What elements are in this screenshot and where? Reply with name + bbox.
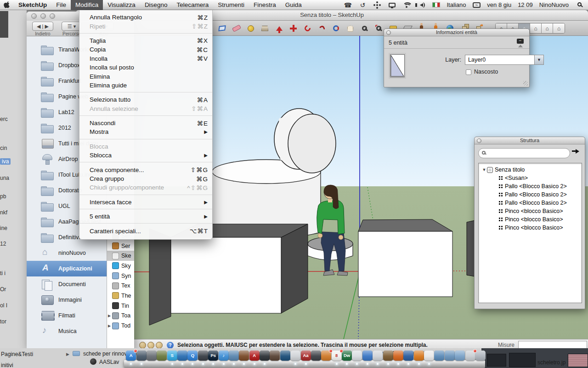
- tree-expander-icon[interactable]: ▼: [481, 167, 487, 172]
- file-row-ser[interactable]: Ser: [107, 241, 134, 251]
- dock-sketchup-app[interactable]: [424, 351, 434, 361]
- zoom-button[interactable]: [50, 13, 55, 19]
- menu-item-caratteri-speciali[interactable]: Caratteri speciali...⌥⌘T: [79, 226, 212, 235]
- menu-item-5-entit[interactable]: 5 entità▶: [79, 212, 212, 221]
- menu-disegno[interactable]: Disegno: [140, 0, 172, 10]
- menu-file[interactable]: File: [51, 0, 71, 10]
- time-machine-icon[interactable]: ↺: [358, 1, 367, 9]
- back-forward-buttons[interactable]: ◀ | ▶: [32, 22, 53, 31]
- disclosure-triangle-icon[interactable]: ▶: [108, 324, 112, 328]
- sidebar-item-ninonuovo[interactable]: ninoNuovo: [27, 245, 107, 261]
- dock-photoshop[interactable]: Ps: [208, 351, 218, 361]
- dock-orange-app[interactable]: [321, 351, 331, 361]
- menubar-time[interactable]: 12 09: [518, 1, 533, 8]
- dock-photo-booth-2[interactable]: [373, 351, 383, 361]
- dock-pet-app[interactable]: [383, 351, 393, 361]
- tree-item-pinco-blocco-basico[interactable]: Pinco <blocco Basico>: [479, 207, 582, 215]
- hidden-checkbox[interactable]: [466, 69, 471, 75]
- dock-safari[interactable]: [362, 351, 373, 361]
- file-row-tex[interactable]: Tex: [107, 281, 134, 291]
- dock-iweb[interactable]: [403, 351, 413, 361]
- close-icon[interactable]: [386, 30, 391, 35]
- close-button[interactable]: [31, 13, 37, 19]
- dock-blue-sphere-app[interactable]: [280, 351, 290, 361]
- tree-item-pinco-blocco-basico[interactable]: Pinco <blocco Basico>: [479, 215, 582, 224]
- dock-skype[interactable]: S: [167, 351, 177, 361]
- file-row-ske[interactable]: Ske: [107, 251, 134, 261]
- tree-item-pinco-blocco-basico[interactable]: Pinco <blocco Basico>: [479, 224, 582, 232]
- minimize-button[interactable]: [40, 13, 46, 19]
- view-monochrome-button[interactable]: ⌂: [553, 23, 565, 33]
- menu-telecamera[interactable]: Telecamera: [172, 0, 213, 10]
- dock-zoo-app[interactable]: [157, 351, 167, 361]
- menu-item-sblocca[interactable]: Sblocca▶: [79, 151, 212, 160]
- tree-item-senza-titolo[interactable]: ▼⌂Senza titolo: [479, 166, 582, 174]
- box-right[interactable]: [358, 219, 452, 297]
- disclosure-triangle-icon[interactable]: ▶: [108, 314, 112, 318]
- file-row-tod[interactable]: ▶Tod: [107, 321, 134, 331]
- view-shaded-textures-button[interactable]: ⌂: [542, 23, 553, 33]
- menu-item-blocca[interactable]: Blocca: [79, 142, 212, 151]
- status-coin-icon-3[interactable]: [156, 342, 163, 349]
- help-icon[interactable]: ?: [167, 342, 174, 349]
- disclosure-triangle-icon[interactable]: ▶: [66, 352, 69, 356]
- pan-tool-icon[interactable]: [343, 22, 357, 35]
- bluetooth-icon[interactable]: [373, 1, 381, 9]
- menu-strumenti[interactable]: Strumenti: [213, 0, 249, 10]
- menu-item-crea-gruppo[interactable]: Crea gruppo⌘G: [79, 174, 212, 183]
- menu-item-incolla[interactable]: Incolla⌘V: [79, 54, 212, 63]
- spotlight-icon[interactable]: [575, 1, 583, 9]
- dock-acrobat[interactable]: A: [249, 351, 260, 361]
- palette-title-bar[interactable]: Informazioni entità: [384, 29, 529, 36]
- dock-garageband[interactable]: [239, 351, 249, 361]
- displays-icon[interactable]: [388, 1, 396, 9]
- file-row-tin[interactable]: Tin: [107, 301, 134, 311]
- menu-item-elimina-guide[interactable]: Elimina guide: [79, 81, 212, 90]
- resize-grip[interactable]: [523, 81, 528, 86]
- menu-item-elimina[interactable]: Elimina: [79, 72, 212, 80]
- phone-icon[interactable]: ☎: [344, 1, 352, 9]
- rotate-tool-icon[interactable]: [300, 22, 315, 35]
- dock-mail[interactable]: [229, 351, 239, 361]
- sidebar-item-filmati[interactable]: Filmati: [27, 308, 107, 323]
- outliner-search-input[interactable]: [478, 148, 570, 158]
- dock-launchpad[interactable]: [198, 351, 208, 361]
- status-coin-icon-2[interactable]: [147, 342, 154, 349]
- tree-item-pallo-blocco-basico-2[interactable]: Pallo <Blocco Basico 2>: [479, 199, 582, 207]
- menu-item-nascondi[interactable]: Nascondi⌘E: [79, 119, 212, 127]
- zoom-tool-icon[interactable]: [357, 22, 372, 35]
- file-row-sky[interactable]: Sky: [107, 261, 134, 271]
- dock-photo-booth[interactable]: [147, 351, 157, 361]
- details-button[interactable]: [572, 149, 581, 157]
- menu-item-mostra[interactable]: Mostra▶: [79, 127, 212, 136]
- sidebar-item-applicazioni[interactable]: Applicazioni: [27, 261, 107, 276]
- menu-visualizza[interactable]: Visualizza: [103, 0, 140, 10]
- menu-item-annulla-selezione[interactable]: Annulla selezione⇧⌘A: [79, 104, 212, 113]
- close-icon[interactable]: [477, 138, 481, 143]
- push-pull-tool-icon[interactable]: [272, 22, 286, 35]
- menu-item-crea-componente[interactable]: Crea componente...⇧⌘G: [79, 165, 212, 174]
- tape-measure-tool-icon[interactable]: [243, 22, 258, 35]
- menu-item-copia[interactable]: Copia⌘C: [79, 45, 212, 54]
- menu-item-seleziona-tutto[interactable]: Seleziona tutto⌘A: [79, 95, 212, 104]
- dock-itunes-classic[interactable]: [177, 351, 187, 361]
- sidebar-item-musica[interactable]: Musica: [27, 323, 107, 339]
- input-source-label[interactable]: Italiano: [447, 1, 466, 8]
- dock-quicktime[interactable]: Q: [187, 351, 198, 361]
- menu-finestra[interactable]: Finestra: [249, 0, 281, 10]
- dock-itunes[interactable]: ♪: [219, 351, 229, 361]
- dock-trash[interactable]: [475, 351, 486, 361]
- dock-bridge[interactable]: [260, 351, 270, 361]
- volume-icon[interactable]: [417, 1, 425, 9]
- select-tool-icon[interactable]: [215, 22, 229, 35]
- status-coin-icon-1[interactable]: [139, 342, 146, 349]
- dock-documents-stack[interactable]: [465, 351, 475, 361]
- paint-bucket-tool-icon[interactable]: [258, 22, 272, 35]
- tree-item-pallo-blocco-basico-2[interactable]: Pallo <Blocco Basico 2>: [479, 182, 582, 190]
- layer-dropdown[interactable]: Layer0 ▼: [465, 55, 544, 65]
- menu-item-chiudi-gruppo-componente[interactable]: Chiudi gruppo/componente^⇧⌘G: [79, 183, 212, 192]
- dock-dropbox-folder[interactable]: [455, 351, 465, 361]
- eraser-tool-icon[interactable]: [229, 22, 243, 35]
- menu-item-taglia[interactable]: Taglia⌘X: [79, 36, 212, 45]
- collapse-button[interactable]: −: [517, 39, 524, 47]
